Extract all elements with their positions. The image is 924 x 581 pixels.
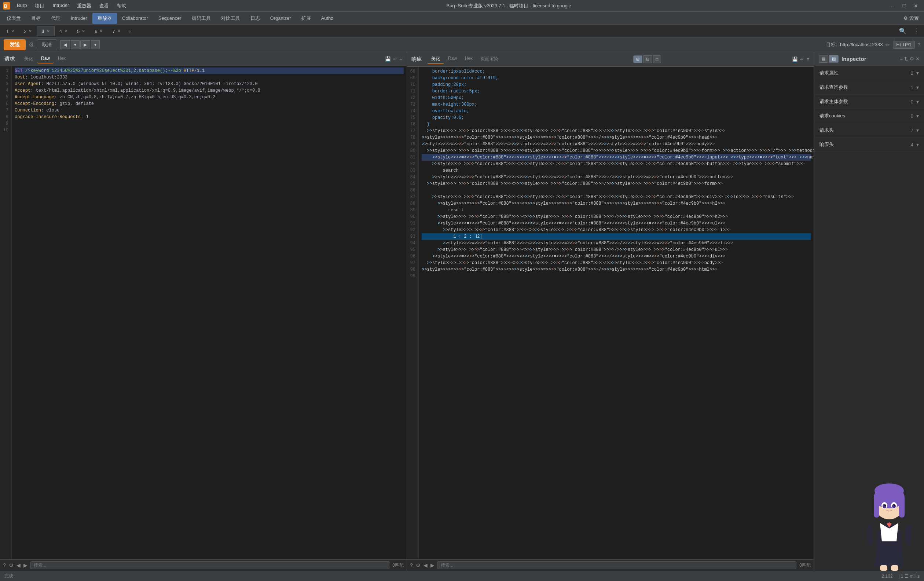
add-tab-button[interactable]: + (125, 26, 135, 36)
navigation-buttons: ◀ ▾ ▶ ▾ (60, 40, 100, 49)
res-next-match-icon[interactable]: ▶ (431, 562, 434, 568)
tab-comparer[interactable]: 对比工具 (216, 13, 245, 24)
next-dropdown-button[interactable]: ▾ (91, 40, 100, 49)
cancel-button[interactable]: 取消 (37, 39, 57, 50)
request-editor[interactable]: 12345678910 GET /?keyword=123456%25%27un… (0, 66, 407, 560)
request-panel-icons: 💾 ↵ ≡ (385, 56, 402, 62)
http-version-button[interactable]: HTTP/1 (893, 41, 914, 49)
svg-point-13 (894, 505, 895, 506)
req-next-match-icon[interactable]: ▶ (23, 562, 28, 568)
repeater-tab-2[interactable]: 2 ✕ (19, 26, 37, 36)
tab-intruder[interactable]: Intruder (66, 13, 92, 23)
inspector-row-query-params[interactable]: 请求查询参数 1 ▾ (814, 80, 924, 95)
repeater-tab-1[interactable]: 1 ✕ (2, 26, 19, 36)
tab-logger[interactable]: 日志 (245, 13, 265, 24)
tab-target[interactable]: 目标 (26, 13, 46, 24)
view-single-button[interactable]: □ (653, 55, 662, 63)
tab-encoder[interactable]: 编码工具 (186, 13, 216, 24)
response-tab-beautify[interactable]: 美化 (427, 54, 444, 64)
tab-organizer[interactable]: Organizer (265, 13, 296, 23)
prev-dropdown-button[interactable]: ▾ (71, 40, 79, 49)
menu-intruder[interactable]: Intruder (49, 1, 73, 11)
repeater-tab-6[interactable]: 6 ✕ (90, 26, 107, 36)
close-tab-5-icon[interactable]: ✕ (82, 29, 85, 34)
menu-repeater[interactable]: 重放器 (73, 1, 95, 11)
close-tab-2-icon[interactable]: ✕ (29, 29, 32, 34)
response-save-icon[interactable]: 💾 (792, 56, 798, 62)
settings-button[interactable]: ⚙ 设置 (900, 13, 922, 23)
menu-project[interactable]: 项目 (31, 1, 48, 11)
code-line (15, 127, 404, 134)
tab-dashboard[interactable]: 仪表盘 (2, 13, 26, 24)
tab-menu-icon[interactable]: ⋮ (911, 26, 922, 36)
request-tab-hex[interactable]: Hex (54, 54, 69, 63)
request-wrap-icon[interactable]: ↵ (393, 56, 397, 62)
view-split-h-button[interactable]: ⊞ (633, 55, 642, 63)
target-edit-icon[interactable]: ✏ (886, 42, 890, 48)
tab-sequencer[interactable]: Sequencer (153, 13, 186, 23)
res-prev-match-icon[interactable]: ◀ (424, 562, 427, 568)
inspector-view-btn-1[interactable]: ▦ (819, 55, 828, 63)
close-tab-7-icon[interactable]: ✕ (117, 29, 120, 34)
request-tab-beautify[interactable]: 美化 (21, 54, 37, 63)
menu-view[interactable]: 查看 (96, 1, 112, 11)
response-menu-icon[interactable]: ≡ (806, 56, 809, 62)
repeater-tab-7[interactable]: 7 ✕ (107, 26, 125, 36)
request-search-input[interactable] (30, 561, 390, 569)
request-menu-icon[interactable]: ≡ (399, 56, 402, 62)
maximize-button[interactable]: ❐ (899, 2, 909, 10)
response-tab-render[interactable]: 页面渲染 (477, 54, 502, 64)
inspector-arrow-request-attrs: ▾ (916, 70, 919, 76)
req-prev-match-icon[interactable]: ◀ (16, 562, 21, 568)
send-button[interactable]: 发送 (4, 39, 26, 50)
tab-search-icon[interactable]: 🔍 (896, 26, 909, 36)
request-settings-icon[interactable]: ⚙ (29, 41, 34, 48)
res-help-icon[interactable]: ? (410, 562, 413, 568)
line-number: 10 (3, 127, 8, 134)
repeater-tab-3[interactable]: 3 ✕ (37, 26, 54, 36)
inspector-row-response-headers[interactable]: 响应头 4 ▾ (814, 137, 924, 152)
prev-button[interactable]: ◀ (60, 40, 70, 49)
tab-repeater[interactable]: 重放器 (92, 13, 117, 24)
inspector-label-request-headers: 请求头 (820, 127, 911, 134)
inspector-row-request-headers[interactable]: 请求头 7 ▾ (814, 123, 924, 137)
repeater-tab-5[interactable]: 5 ✕ (72, 26, 90, 36)
inspector-row-request-attrs[interactable]: 请求属性 2 ▾ (814, 66, 924, 80)
line-number: 93 (410, 233, 416, 240)
close-tab-6-icon[interactable]: ✕ (99, 29, 103, 34)
request-tab-raw[interactable]: Raw (37, 54, 54, 63)
tab-authz[interactable]: Authz (316, 13, 338, 23)
next-button[interactable]: ▶ (80, 40, 90, 49)
inspector-sort-icon[interactable]: ⇅ (904, 56, 908, 62)
inspector-view-btn-2[interactable]: ▨ (829, 55, 838, 63)
req-help-icon[interactable]: ? (3, 562, 6, 568)
close-button[interactable]: ✕ (911, 2, 921, 10)
tab-extensions[interactable]: 扩展 (296, 13, 316, 24)
minimize-button[interactable]: ─ (887, 2, 898, 10)
inspector-settings-icon[interactable]: ⚙ (910, 56, 914, 62)
inspector-close-icon[interactable]: ✕ (916, 56, 920, 62)
request-save-icon[interactable]: 💾 (385, 56, 391, 62)
inspector-align-icon[interactable]: ≡ (900, 56, 903, 62)
tab-collaborator[interactable]: Collaborator (117, 13, 153, 23)
req-settings-icon[interactable]: ⚙ (9, 562, 13, 568)
close-tab-4-icon[interactable]: ✕ (64, 29, 68, 34)
response-wrap-icon[interactable]: ↵ (800, 56, 804, 62)
menu-app[interactable]: Burp (13, 1, 30, 11)
inspector-row-cookies[interactable]: 请求cookies 0 ▾ (814, 109, 924, 123)
repeater-tab-4[interactable]: 4 ✕ (54, 26, 72, 36)
menu-help[interactable]: 帮助 (113, 1, 130, 11)
res-settings-icon[interactable]: ⚙ (416, 562, 421, 568)
response-tab-raw[interactable]: Raw (444, 54, 460, 64)
response-tab-hex[interactable]: Hex (461, 54, 476, 64)
tab-proxy[interactable]: 代理 (46, 13, 66, 24)
close-tab-1-icon[interactable]: ✕ (11, 29, 14, 34)
response-editor[interactable]: 6869707172737475767778798081828384858687… (407, 67, 813, 560)
response-panel-title: 响应 (411, 56, 422, 63)
request-panel-tabs: 美化 Raw Hex (21, 54, 69, 63)
view-split-v-button[interactable]: ⊟ (643, 55, 652, 63)
help-icon[interactable]: ? (918, 42, 920, 47)
close-tab-3-icon[interactable]: ✕ (46, 29, 50, 34)
inspector-row-body-params[interactable]: 请求主体参数 0 ▾ (814, 95, 924, 109)
response-search-input[interactable] (437, 561, 797, 569)
